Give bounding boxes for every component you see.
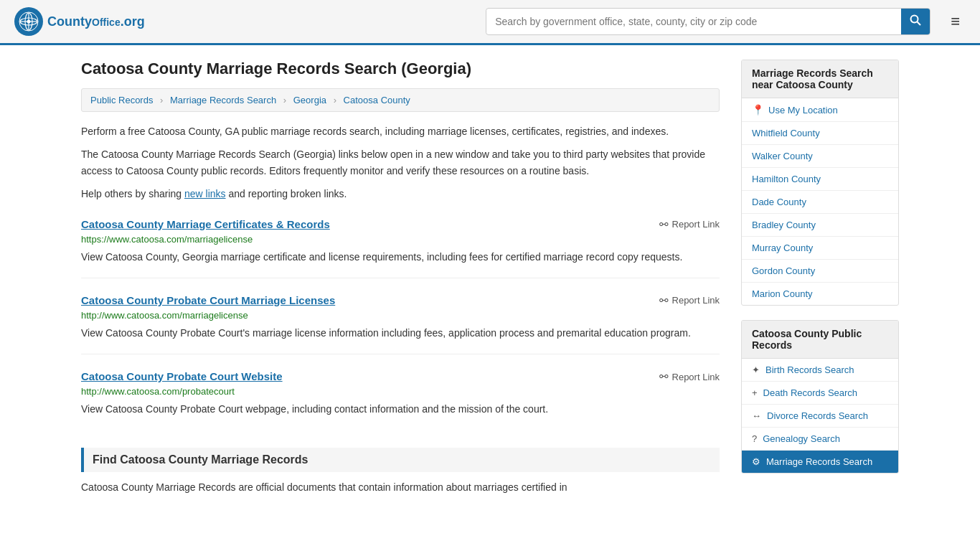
record-title-0[interactable]: Catoosa County Marriage Certificates & R… [81,218,330,230]
nearby-county-link-4[interactable]: Bradley County [742,214,898,236]
record-url-0: https://www.catoosa.com/marriagelicense [81,234,720,245]
report-link-2[interactable]: ⚯ Report Link [659,370,720,383]
search-input[interactable] [486,10,901,33]
description-2: The Catoosa County Marriage Records Sear… [81,146,720,179]
nearby-box: Marriage Records Search near Catoosa Cou… [741,60,899,306]
nearby-county-link-6[interactable]: Gordon County [742,260,898,282]
report-icon-0: ⚯ [659,218,669,231]
pub-rec-link-0[interactable]: Birth Records Search [765,364,854,375]
nearby-county-item[interactable]: Bradley County [742,214,898,237]
pub-rec-item[interactable]: ✦ Birth Records Search [742,359,898,382]
svg-line-7 [918,22,921,26]
pub-rec-item[interactable]: ↔ Divorce Records Search [742,405,898,428]
page-title: Catoosa County Marriage Records Search (… [81,60,720,78]
site-logo[interactable]: CountyOffice.org [14,7,145,36]
main-content: Catoosa County Marriage Records Search (… [81,60,720,495]
nearby-county-link-2[interactable]: Hamilton County [742,168,898,190]
sidebar: Marriage Records Search near Catoosa Cou… [741,60,899,495]
public-records-title: Catoosa County Public Records [742,321,898,359]
report-link-0[interactable]: ⚯ Report Link [659,218,720,231]
pub-rec-icon-0: ✦ [752,364,760,375]
location-icon: 📍 [752,104,764,116]
record-entry: Catoosa County Probate Court Marriage Li… [81,294,720,354]
find-section-text: Catoosa County Marriage Records are offi… [81,479,720,495]
use-location-item[interactable]: 📍 Use My Location [742,98,898,122]
pub-rec-link-4[interactable]: Marriage Records Search [766,456,872,467]
description-1: Perform a free Catoosa County, GA public… [81,123,720,139]
nearby-county-item[interactable]: Walker County [742,145,898,168]
record-desc-2: View Catoosa County Probate Court webpag… [81,401,720,417]
breadcrumb-georgia[interactable]: Georgia [293,95,326,105]
help-text: Help others by sharing new links and rep… [81,186,720,202]
search-button[interactable] [901,9,930,34]
breadcrumb-catoosa-county[interactable]: Catoosa County [344,95,410,105]
nearby-county-link-3[interactable]: Dade County [742,191,898,213]
logo-icon [14,7,43,36]
nearby-county-item[interactable]: Gordon County [742,260,898,283]
pub-rec-item[interactable]: ⚙ Marriage Records Search [742,451,898,473]
nearby-county-link-1[interactable]: Walker County [742,145,898,167]
record-entry: Catoosa County Probate Court Website ⚯ R… [81,370,720,430]
nearby-county-link-5[interactable]: Murray County [742,237,898,259]
site-header: CountyOffice.org ≡ [0,0,980,45]
pub-rec-item[interactable]: ? Genealogy Search [742,428,898,451]
nearby-county-list: Whitfield CountyWalker CountyHamilton Co… [742,122,898,305]
public-records-box: Catoosa County Public Records ✦ Birth Re… [741,320,899,474]
find-section-heading: Find Catoosa County Marriage Records [81,448,720,472]
record-title-1[interactable]: Catoosa County Probate Court Marriage Li… [81,294,335,306]
pub-rec-item[interactable]: + Death Records Search [742,382,898,405]
pub-rec-icon-1: + [752,387,758,398]
nearby-county-item[interactable]: Dade County [742,191,898,214]
nearby-title: Marriage Records Search near Catoosa Cou… [742,60,898,98]
record-entry: Catoosa County Marriage Certificates & R… [81,218,720,278]
record-url-2: http://www.catoosa.com/probatecourt [81,386,720,397]
nearby-county-item[interactable]: Murray County [742,237,898,260]
menu-button[interactable]: ≡ [945,9,966,34]
pub-rec-link-2[interactable]: Divorce Records Search [767,410,868,421]
search-bar [486,8,930,35]
pub-rec-icon-3: ? [752,433,757,444]
new-links-link[interactable]: new links [184,188,226,199]
logo-wordmark: CountyOffice.org [47,14,145,29]
report-link-1[interactable]: ⚯ Report Link [659,294,720,307]
breadcrumb-public-records[interactable]: Public Records [90,95,153,105]
nearby-county-item[interactable]: Whitfield County [742,122,898,145]
record-desc-0: View Catoosa County, Georgia marriage ce… [81,249,720,265]
report-icon-2: ⚯ [659,370,669,383]
pub-rec-icon-4: ⚙ [752,456,760,467]
report-icon-1: ⚯ [659,294,669,307]
page-body: Catoosa County Marriage Records Search (… [67,45,913,509]
breadcrumb-marriage-records[interactable]: Marriage Records Search [170,95,276,105]
nearby-county-link-7[interactable]: Marion County [742,283,898,305]
public-records-list: ✦ Birth Records Search + Death Records S… [742,359,898,473]
pub-rec-link-3[interactable]: Genealogy Search [763,433,840,444]
use-location-link[interactable]: Use My Location [768,105,838,116]
breadcrumb: Public Records › Marriage Records Search… [81,88,720,112]
pub-rec-link-1[interactable]: Death Records Search [763,387,858,398]
nearby-county-item[interactable]: Hamilton County [742,168,898,191]
svg-point-6 [911,16,918,23]
record-desc-1: View Catoosa County Probate Court's marr… [81,325,720,341]
pub-rec-icon-2: ↔ [752,410,761,421]
record-url-1: http://www.catoosa.com/marriagelicense [81,310,720,321]
nearby-county-item[interactable]: Marion County [742,283,898,305]
nearby-county-link-0[interactable]: Whitfield County [742,122,898,144]
record-title-2[interactable]: Catoosa County Probate Court Website [81,370,283,382]
records-list: Catoosa County Marriage Certificates & R… [81,218,720,430]
